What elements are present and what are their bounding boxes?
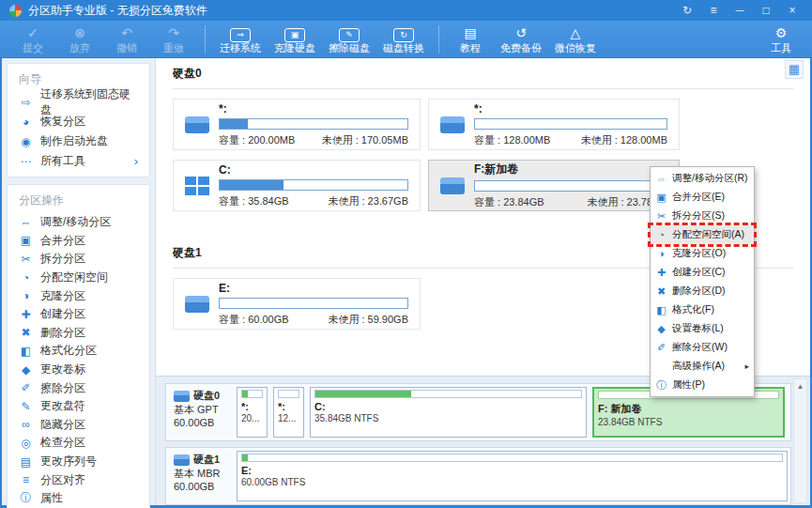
app-window: 分区助手专业版 - 无损分区免费软件 ↻ ≡ ─ □ × ✓ 提交 ⊗ 放弃 ↶… (0, 0, 812, 508)
sidebar-item-migrate-os-to-ssd[interactable]: ⇨ 迁移系统到固态硬盘 (8, 92, 149, 112)
scroll-up-arrow-icon[interactable]: ▲ (794, 379, 806, 391)
sidebar-item-change-drive-letter[interactable]: ✎ 更改盘符 (8, 397, 149, 416)
sidebar-item-properties[interactable]: ⓘ 属性 (8, 489, 149, 508)
tutorial-button[interactable]: ▤ 教程 (447, 24, 494, 54)
sidebar-item-make-bootable-media[interactable]: ◉ 制作启动光盘 (8, 131, 149, 151)
sidebar-item-format-partition[interactable]: ◧ 格式化分区 (8, 342, 149, 361)
broom-icon: ✐ (19, 381, 33, 394)
partition-card-star-128mb[interactable]: *: 容量 : 128.00MB 未使用 : 128.00MB (428, 99, 680, 150)
capacity-label: 容量 : 128.00MB (474, 133, 550, 147)
migrate-os-button[interactable]: ⇒ 迁移系统 (213, 24, 268, 54)
partition-card-f-selected[interactable]: F:新加卷 容量 : 23.84GB 未使用 : 23.78GB (428, 160, 680, 211)
sidebar-item-allocate-free-space[interactable]: ◔ 分配空闲空间 (8, 269, 149, 287)
close-button[interactable]: × (782, 4, 803, 17)
trash-icon: ✖ (19, 326, 33, 339)
partition-card-c[interactable]: C: 容量 : 35.84GB 未使用 : 23.67GB (173, 160, 421, 211)
format-icon: ◧ (19, 345, 33, 358)
undo-icon: ↶ (103, 24, 150, 42)
disk-size: 60.00GB (174, 417, 230, 428)
recover-pie-icon: ◕ (19, 115, 33, 129)
bootable-disc-icon: ◉ (19, 135, 33, 148)
sidebar-item-partition-alignment[interactable]: ≡ 分区对齐 (8, 470, 149, 489)
menu-item-properties[interactable]: ⓘ 属性(P) (651, 376, 754, 394)
allocate-space-icon: ◔ (19, 271, 33, 285)
menu-item-wipe-partition[interactable]: ✐ 擦除分区(W) (651, 338, 754, 357)
create-icon: ✚ (19, 308, 33, 321)
undo-button[interactable]: ↶ 撤销 (103, 24, 150, 54)
capacity-label: 容量 : 60.00GB (219, 313, 289, 327)
partition-block-star-128mb[interactable]: *: 12... (273, 387, 304, 438)
partition-block-c[interactable]: C: 35.84GB NTFS (310, 387, 587, 438)
sidebar-item-wipe-partition[interactable]: ✐ 擦除分区 (8, 378, 149, 397)
tools-button[interactable]: ⚙ 工具 (759, 24, 803, 54)
sidebar: 向导 ⇨ 迁移系统到固态硬盘 ◕ 恢复分区 ◉ 制作启动光盘 ⋯ 所有工具 › … (2, 58, 155, 505)
menu-item-merge-partition[interactable]: ▣ 合并分区(E) (651, 188, 754, 207)
wipe-disk-button[interactable]: ✎ 擦除磁盘 (322, 24, 376, 54)
redo-button[interactable]: ↷ 重做 (150, 24, 197, 54)
menu-item-advanced-operations[interactable]: 高级操作(A) ▸ (651, 357, 754, 376)
convert-disk-button[interactable]: ↻ 磁盘转换 (376, 24, 431, 54)
sidebar-item-change-label[interactable]: ◆ 更改卷标 (8, 361, 149, 379)
sidebar-item-check-partition[interactable]: ◎ 检查分区 (8, 434, 149, 453)
sidebar-item-change-serial-number[interactable]: ▤ 更改序列号 (8, 453, 149, 471)
merge-icon: ▣ (655, 192, 667, 204)
sidebar-item-split-partition[interactable]: ✂ 拆分分区 (8, 250, 149, 269)
usage-bar (219, 118, 408, 130)
toolbar-separator (205, 25, 206, 54)
menu-item-set-label[interactable]: ◆ 设置卷标(L) (651, 319, 754, 338)
menu-item-delete-partition[interactable]: ✖ 删除分区(D) (651, 282, 754, 300)
check-icon: ✓ (9, 24, 56, 42)
unused-label: 未使用 : 128.00MB (581, 133, 667, 147)
disk1-info[interactable]: 硬盘1 基本 MBR 60.00GB (166, 448, 234, 504)
partition-card-e[interactable]: E: 容量 : 60.00GB 未使用 : 59.90GB (173, 278, 421, 330)
drive-icon (440, 177, 465, 194)
align-icon: ≡ (19, 473, 33, 486)
toolbar-separator (438, 25, 439, 54)
partition-block-e[interactable]: E: 60.00GB NTFS (237, 451, 788, 501)
trash-icon: ✖ (655, 285, 667, 298)
sidebar-item-create-partition[interactable]: ✚ 创建分区 (8, 305, 149, 324)
menu-item-clone-partition[interactable]: ◑ 克隆分区(O) (651, 244, 754, 263)
migrate-disk-icon: ⇨ (19, 96, 33, 109)
sidebar-item-hide-partition[interactable]: ∞ 隐藏分区 (8, 416, 149, 435)
partition-card-star-200mb[interactable]: *: 容量 : 200.00MB 未使用 : 170.05MB (173, 99, 421, 150)
wechat-recovery-icon: △ (548, 24, 603, 42)
sidebar-item-all-tools[interactable]: ⋯ 所有工具 › (8, 151, 149, 171)
discard-button[interactable]: ⊗ 放弃 (56, 24, 103, 54)
sidebar-item-clone-partition[interactable]: ◑ 克隆分区 (8, 286, 149, 305)
disk-scheme: 基本 MBR (174, 467, 230, 481)
refresh-icon[interactable]: ↻ (677, 4, 697, 17)
grid-view-icon: ▦ (789, 62, 800, 76)
app-logo-icon (9, 5, 22, 17)
view-mode-toggle-button[interactable]: ▦ (785, 60, 804, 79)
tag-icon: ◆ (19, 363, 33, 377)
sidebar-item-merge-partition[interactable]: ▣ 合并分区 (8, 232, 149, 251)
disk0-info[interactable]: 硬盘0 基本 GPT 60.00GB (166, 384, 234, 440)
migrate-disk-icon: ⇒ (230, 28, 251, 42)
resize-move-icon: ⇔ (655, 173, 667, 184)
menu-icon[interactable]: ≡ (703, 4, 724, 17)
sidebar-item-delete-partition[interactable]: ✖ 删除分区 (8, 324, 149, 343)
menu-item-create-partition[interactable]: ✚ 创建分区(C) (651, 263, 754, 282)
clone-disk-button[interactable]: ▣ 克隆硬盘 (268, 24, 322, 54)
menu-item-split-partition[interactable]: ✂ 拆分分区(S) (651, 207, 754, 225)
menu-item-allocate-free-space[interactable]: ◔ 分配空闲空间(A) (651, 225, 754, 244)
sidebar-item-resize-move-partition[interactable]: ⇔ 调整/移动分区 (8, 213, 149, 232)
menu-item-format-partition[interactable]: ◧ 格式化(F) (651, 300, 754, 319)
menu-item-resize-move-partition[interactable]: ⇔ 调整/移动分区(R) (651, 169, 754, 188)
minimize-button[interactable]: ─ (729, 4, 750, 17)
wrench-icon: ⚙ (759, 24, 803, 42)
disk-icon (174, 454, 190, 466)
scrollbar[interactable]: ▲ (793, 378, 807, 503)
title-bar: 分区助手专业版 - 无损分区免费软件 ↻ ≡ ─ □ × (0, 0, 812, 21)
broom-icon: ✐ (655, 342, 667, 354)
unused-label: 未使用 : 170.05MB (322, 133, 408, 147)
commit-button[interactable]: ✓ 提交 (9, 24, 56, 54)
free-backup-button[interactable]: ↺ 免费备份 (494, 24, 548, 54)
redo-icon: ↷ (150, 24, 197, 42)
partition-block-star-200mb[interactable]: *: 20... (237, 387, 268, 438)
wechat-recovery-button[interactable]: △ 微信恢复 (548, 24, 603, 54)
operations-panel-title: 分区操作 (8, 189, 149, 213)
backup-icon: ↺ (494, 24, 548, 42)
maximize-button[interactable]: □ (756, 4, 776, 17)
